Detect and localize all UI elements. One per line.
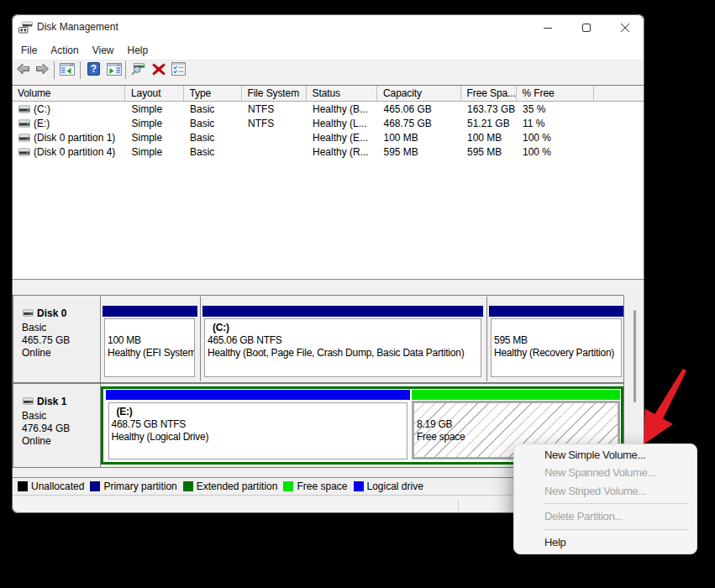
rescan-disks-icon	[131, 61, 147, 76]
partition--e-[interactable]: (E:)468.75 GB NTFSHealthy (Logical Drive…	[106, 389, 411, 462]
menu-bar: File Action View Help	[12, 40, 644, 60]
context-menu-item-new-striped-volume: New Striped Volume...	[514, 482, 697, 501]
capacity-cell: 468.75 GB	[377, 117, 461, 131]
title-bar[interactable]: Disk Management	[12, 14, 644, 40]
legend-label: Logical drive	[367, 480, 423, 492]
legend-swatch	[183, 481, 193, 491]
legend-label: Extended partition	[197, 480, 278, 492]
disk-status: Online	[22, 435, 100, 448]
column-header-% Free[interactable]: % Free	[516, 86, 593, 101]
context-menu-item-help[interactable]: Help	[514, 533, 697, 552]
legend-item: Logical drive	[354, 480, 423, 492]
menu-view[interactable]: View	[92, 43, 115, 58]
rescan-disks-button[interactable]	[131, 58, 147, 80]
volume-list-pane: VolumeLayoutTypeFile SystemStatusCapacit…	[12, 86, 644, 280]
status-cell: Healthy (E...	[306, 131, 377, 145]
context-menu-separator	[544, 529, 688, 530]
delete-volume-button[interactable]	[152, 58, 166, 80]
volume-row[interactable]: (E:)SimpleBasicNTFSHealthy (L...468.75 G…	[12, 117, 644, 131]
blank-cell	[593, 131, 644, 145]
partition-color-bar	[489, 306, 624, 317]
partition--c-[interactable]: (C:)465.06 GB NTFSHealthy (Boot, Page Fi…	[202, 296, 484, 382]
legend-item: Extended partition	[183, 480, 278, 492]
legend-item: Free space	[283, 480, 347, 492]
properties-button[interactable]	[171, 58, 186, 80]
menu-file[interactable]: File	[20, 43, 38, 58]
toolbar-separator	[80, 61, 81, 79]
properties-icon	[171, 62, 186, 76]
vertical-scrollbar[interactable]	[634, 310, 636, 402]
forward-button[interactable]	[35, 58, 50, 80]
file-system-cell: NTFS	[241, 117, 306, 131]
column-header-Volume[interactable]: Volume	[12, 86, 125, 101]
show-console-tree-button[interactable]	[60, 58, 75, 80]
desktop: Disk Management	[0, 0, 715, 588]
free-space-cell: 163.73 GB	[460, 102, 516, 117]
legend-label: Unallocated	[31, 480, 84, 492]
free-space-cell: 51.21 GB	[460, 117, 516, 131]
disk-label[interactable]: Disk 0Basic465.75 GBOnline	[13, 296, 101, 382]
layout-cell: Simple	[125, 117, 184, 131]
maximize-button[interactable]	[567, 14, 606, 40]
help-icon: ?	[87, 62, 100, 76]
partition-color-bar	[103, 306, 197, 317]
capacity-cell: 100 MB	[377, 131, 461, 145]
disk-name: Disk 1	[37, 396, 66, 407]
layout-cell: Simple	[125, 102, 184, 117]
disk-icon	[22, 397, 34, 405]
legend-swatch	[354, 481, 364, 491]
context-menu-separator	[544, 503, 688, 504]
minimize-button[interactable]	[528, 14, 567, 40]
capacity-cell: 595 MB	[377, 145, 461, 160]
status-cell: Healthy (B...	[306, 102, 377, 117]
disk-size: 476.94 GB	[22, 423, 100, 435]
volume-table-header[interactable]: VolumeLayoutTypeFile SystemStatusCapacit…	[12, 86, 644, 101]
minimize-icon	[543, 23, 553, 33]
partition-size: 100 MB	[105, 334, 194, 347]
volume-row[interactable]: (C:)SimpleBasicNTFSHealthy (B...465.06 G…	[12, 102, 644, 117]
svg-text:?: ?	[91, 63, 97, 75]
toolbar-separator	[54, 61, 55, 79]
blank-cell	[593, 117, 644, 131]
status-cell: Healthy (L...	[306, 117, 377, 131]
partition-strip: 100 MBHealthy (EFI System(C:)465.06 GB N…	[101, 296, 623, 382]
partition-body: 100 MBHealthy (EFI System	[104, 318, 195, 377]
column-header-Free Spa...[interactable]: Free Spa...	[460, 86, 516, 101]
partition-healthy-efi-system[interactable]: 100 MBHealthy (EFI System	[103, 296, 197, 382]
disk-management-app-icon	[18, 21, 33, 34]
type-cell: Basic	[183, 117, 241, 131]
context-menu-item-new-simple-volume[interactable]: New Simple Volume...	[514, 446, 697, 465]
column-header-Layout[interactable]: Layout	[125, 86, 184, 101]
column-header-Status[interactable]: Status	[306, 86, 377, 101]
legend-item: Primary partition	[90, 480, 176, 492]
disk-label[interactable]: Disk 1Basic476.94 GBOnline	[13, 384, 101, 467]
back-button[interactable]	[16, 58, 30, 80]
volume-name-cell: (C:)	[12, 102, 125, 117]
column-header-blank[interactable]	[593, 86, 644, 101]
file-system-cell: NTFS	[241, 102, 306, 117]
partition-color-bar	[202, 306, 484, 317]
volume-row[interactable]: (Disk 0 partition 4)SimpleBasicHealthy (…	[12, 145, 644, 160]
console-tree-icon	[60, 63, 75, 76]
partition-healthy-recovery-partition-[interactable]: 595 MBHealthy (Recovery Partition)	[489, 296, 624, 382]
legend-label: Free space	[297, 480, 347, 492]
close-button[interactable]	[606, 14, 644, 40]
pct-free-cell: 100 %	[516, 145, 593, 160]
close-icon	[620, 23, 630, 33]
menu-help[interactable]: Help	[127, 43, 150, 58]
column-header-Type[interactable]: Type	[183, 86, 241, 101]
menu-action[interactable]: Action	[50, 43, 79, 58]
column-header-Capacity[interactable]: Capacity	[377, 86, 461, 101]
disk-kind: Basic	[22, 322, 100, 334]
partition-size: 465.06 GB NTFS	[205, 334, 481, 347]
show-action-pane-button[interactable]	[107, 58, 122, 80]
type-cell: Basic	[183, 131, 241, 145]
column-header-File System[interactable]: File System	[241, 86, 306, 101]
file-system-cell	[241, 145, 306, 160]
partition-status: Healthy (Logical Drive)	[109, 431, 407, 444]
volume-row[interactable]: (Disk 0 partition 1)SimpleBasicHealthy (…	[12, 131, 644, 145]
capacity-cell: 465.06 GB	[377, 102, 461, 117]
help-button[interactable]: ?	[87, 58, 100, 80]
disk-icon	[18, 148, 30, 156]
partition-body: (E:)468.75 GB NTFSHealthy (Logical Drive…	[108, 402, 408, 459]
